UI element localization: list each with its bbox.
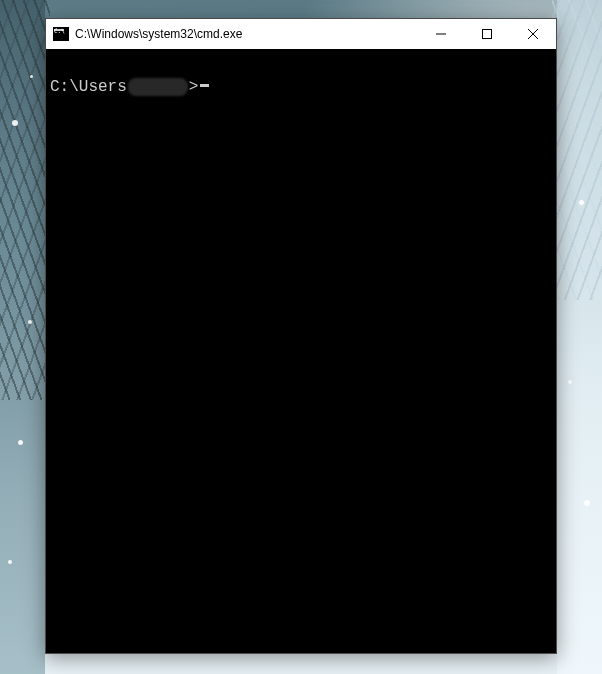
svg-rect-1	[483, 30, 492, 39]
maximize-icon	[482, 29, 492, 39]
close-button[interactable]	[510, 19, 556, 49]
redacted-username	[128, 78, 188, 96]
cursor	[200, 84, 209, 87]
cmd-icon	[53, 27, 69, 41]
terminal-area[interactable]: C:\Users>	[46, 49, 556, 653]
cmd-window: C:\Windows\system32\cmd.exe C:\Us	[45, 18, 557, 654]
window-title: C:\Windows\system32\cmd.exe	[75, 27, 418, 41]
maximize-button[interactable]	[464, 19, 510, 49]
minimize-button[interactable]	[418, 19, 464, 49]
prompt-suffix: >	[189, 77, 199, 98]
prompt-line: C:\Users>	[50, 77, 552, 98]
window-controls	[418, 19, 556, 49]
titlebar[interactable]: C:\Windows\system32\cmd.exe	[46, 19, 556, 49]
prompt-prefix: C:\Users	[50, 77, 127, 98]
close-icon	[528, 29, 538, 39]
minimize-icon	[436, 29, 446, 39]
